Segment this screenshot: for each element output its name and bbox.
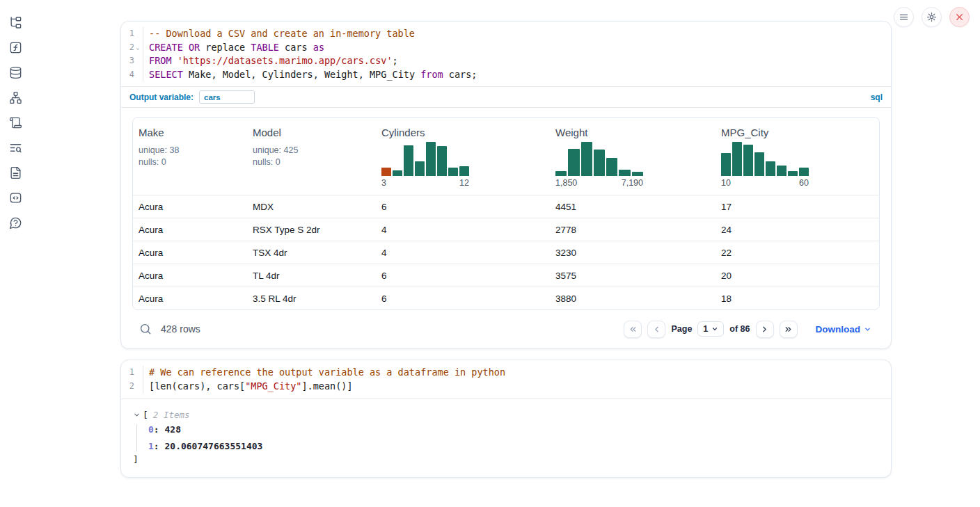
- histogram-min-label: 3: [381, 178, 386, 188]
- histogram-bar: [594, 150, 605, 176]
- histogram-bar: [448, 168, 458, 176]
- shutdown-button[interactable]: [949, 7, 970, 27]
- last-page-button[interactable]: [780, 321, 798, 338]
- column-header-model[interactable]: Modelunique: 425nulls: 0: [247, 118, 376, 195]
- histogram-axis-labels: 312: [381, 178, 469, 188]
- collapse-chevron-icon[interactable]: [133, 411, 141, 419]
- gear-icon: [926, 12, 937, 22]
- column-header-cylinders[interactable]: Cylinders312: [376, 118, 550, 195]
- download-button[interactable]: Download: [816, 324, 872, 335]
- code-line: 1-- Download a CSV and create an in-memo…: [121, 27, 891, 41]
- code-line: 1# We can reference the output variable …: [121, 366, 891, 380]
- histogram-max-label: 12: [459, 178, 469, 188]
- table-row: AcuraTL 4dr6357520: [133, 264, 879, 287]
- table-cell: Acura: [133, 271, 247, 281]
- sql-output-area: Makeunique: 38nulls: 0Modelunique: 425nu…: [121, 108, 891, 348]
- column-name: Weight: [555, 127, 710, 138]
- table-cell: 3575: [550, 271, 716, 281]
- chevron-right-icon: [760, 325, 769, 334]
- table-cell: TSX 4dr: [247, 248, 376, 258]
- sql-code-editor[interactable]: 1-- Download a CSV and create an in-memo…: [121, 22, 891, 86]
- histogram-bar: [606, 158, 617, 176]
- code-line: 4SELECT Make, Model, Cylinders, Weight, …: [121, 68, 891, 82]
- code-line: 2⌄CREATE OR replace TABLE cars as: [121, 41, 891, 55]
- column-header-make[interactable]: Makeunique: 38nulls: 0: [133, 118, 247, 195]
- chevrons-left-icon: [629, 325, 638, 334]
- output-variable-label: Output variable:: [129, 92, 193, 102]
- item-index: 1: [148, 441, 154, 451]
- histogram-bar: [766, 161, 775, 176]
- histogram-bars: [381, 141, 469, 176]
- chevron-down-icon: [711, 325, 718, 332]
- column-stats: unique: 38nulls: 0: [139, 145, 242, 168]
- line-number-gutter: 2: [121, 380, 143, 394]
- code-text: [len(cars), cars["MPG_City"].mean()]: [143, 380, 353, 394]
- menu-button[interactable]: [894, 7, 914, 27]
- items-count-label: 2 Items: [153, 410, 190, 420]
- histogram-bar: [799, 168, 809, 176]
- search-icon[interactable]: [139, 323, 152, 335]
- table-cell: 3.5 RL 4dr: [247, 293, 376, 304]
- sidebar: [0, 0, 31, 507]
- line-number: 1: [129, 366, 134, 380]
- histogram-max-label: 60: [799, 178, 809, 188]
- histogram-bar: [381, 168, 391, 176]
- table-cell: RSX Type S 2dr: [247, 225, 376, 235]
- documentation-icon[interactable]: [9, 166, 22, 179]
- table-cell: 6: [376, 202, 550, 212]
- prev-page-button[interactable]: [647, 321, 665, 338]
- output-variable-input[interactable]: [199, 90, 255, 104]
- histogram-bars: [721, 141, 809, 176]
- table-cell: 3880: [550, 293, 716, 304]
- dependency-graph-icon[interactable]: [9, 91, 22, 104]
- table-cell: 4: [376, 225, 550, 235]
- column-histogram: 1,8507,190: [555, 141, 643, 188]
- output-tree-header: [ 2 Items: [133, 410, 880, 420]
- code-text: -- Download a CSV and create an in-memor…: [143, 27, 415, 41]
- table-cell: 24: [716, 225, 879, 235]
- code-line: 2[len(cars), cars["MPG_City"].mean()]: [121, 380, 891, 394]
- histogram-bars: [555, 141, 643, 176]
- page-select[interactable]: 1: [697, 321, 724, 337]
- column-header-mpg_city[interactable]: MPG_City1060: [716, 118, 879, 195]
- histogram-bar: [732, 142, 742, 176]
- file-tree-icon[interactable]: [9, 16, 22, 29]
- histogram-min-label: 10: [721, 178, 731, 188]
- help-icon[interactable]: [9, 216, 22, 230]
- scratchpad-icon[interactable]: [9, 116, 22, 129]
- output-list-item: 0: 428: [148, 424, 880, 435]
- database-icon[interactable]: [9, 66, 22, 79]
- column-name: Model: [253, 127, 370, 138]
- table-row: AcuraMDX6445117: [133, 195, 879, 218]
- snippets-icon[interactable]: [9, 191, 22, 204]
- column-name: Make: [139, 127, 242, 138]
- histogram-bar: [581, 142, 592, 176]
- settings-button[interactable]: [922, 7, 942, 27]
- table-cell: 20: [716, 271, 879, 281]
- table-cell: 17: [716, 202, 879, 212]
- line-number-gutter: 1: [121, 366, 143, 380]
- download-label: Download: [816, 324, 861, 335]
- first-page-button[interactable]: [624, 321, 642, 338]
- line-number: 1: [129, 27, 134, 41]
- histogram-bar: [568, 149, 579, 176]
- table-cell: Acura: [133, 293, 247, 304]
- logs-icon[interactable]: [9, 141, 22, 154]
- histogram-bar: [426, 142, 436, 176]
- histogram-bar: [404, 145, 413, 176]
- histogram-max-label: 7,190: [622, 178, 643, 188]
- item-index: 0: [148, 424, 154, 435]
- functions-icon[interactable]: [9, 41, 22, 54]
- python-code-editor[interactable]: 1# We can reference the output variable …: [121, 360, 891, 398]
- column-name: MPG_City: [721, 127, 874, 138]
- histogram-bar: [437, 146, 447, 176]
- line-number: 2: [129, 380, 134, 394]
- fold-chevron-icon[interactable]: ⌄: [134, 41, 141, 55]
- column-histogram: 312: [381, 141, 469, 188]
- table-cell: TL 4dr: [247, 271, 376, 281]
- histogram-bar: [555, 171, 567, 176]
- column-header-weight[interactable]: Weight1,8507,190: [550, 118, 716, 195]
- histogram-axis-labels: 1060: [721, 178, 809, 188]
- next-page-button[interactable]: [756, 321, 774, 338]
- output-tree-entries: 0: 4281: 20.060747663551403: [136, 424, 880, 451]
